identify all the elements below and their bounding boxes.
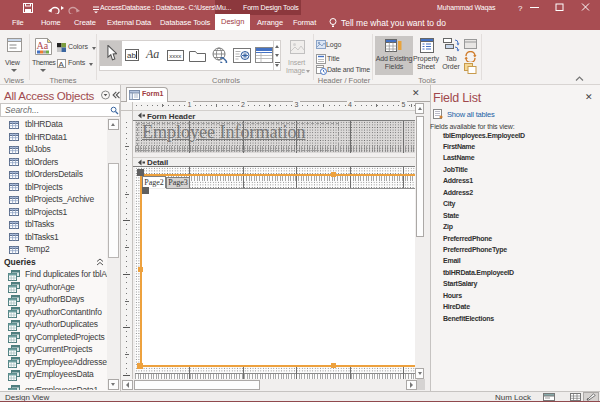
svg-text:A: A: [59, 60, 65, 69]
svg-text:Aa: Aa: [37, 40, 49, 51]
svg-text:ab: ab: [127, 51, 136, 60]
svg-text:xxxx: xxxx: [169, 53, 181, 59]
